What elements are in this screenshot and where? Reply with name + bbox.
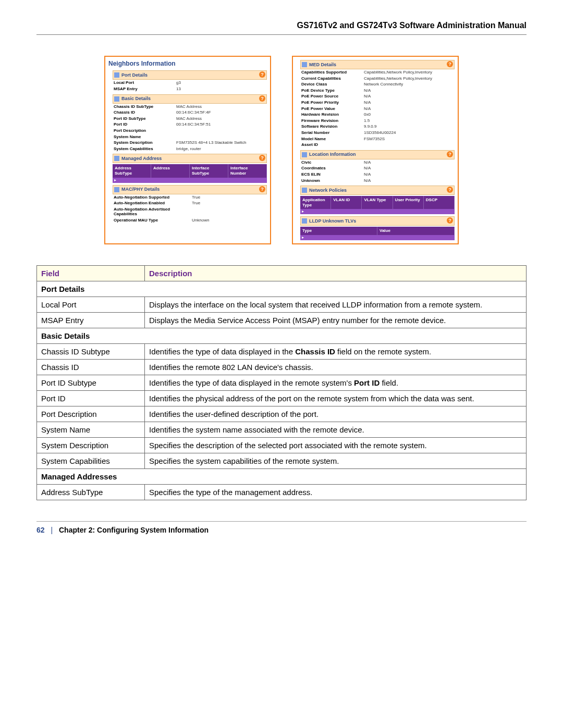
unknown-tlvs-table: TypeValue ▸ — [300, 227, 455, 240]
kv-row: Serial Number1SD3584U00224 — [300, 130, 455, 136]
kv-value: g3 — [176, 80, 181, 85]
help-icon[interactable]: ? — [259, 71, 265, 78]
kv-key: MSAP Entry — [114, 87, 176, 92]
field-cell: Port ID — [37, 390, 145, 406]
kv-value: True — [192, 201, 200, 206]
kv-key: Coordinates — [301, 166, 364, 171]
kv-value: N/A — [364, 178, 371, 183]
kv-key: Chassis ID SubType — [114, 104, 176, 109]
kv-value: FSM7352S — [364, 137, 385, 142]
section-macphy: MAC/PHY Details ? Auto-Negotiation Suppo… — [113, 185, 267, 224]
collapse-icon[interactable] — [114, 96, 119, 102]
collapse-icon[interactable] — [302, 218, 307, 224]
panel-title: Neighbors Information — [105, 57, 270, 68]
kv-value: 0x0 — [364, 112, 371, 117]
manual-page: GS716Tv2 and GS724Tv3 Software Administr… — [0, 0, 563, 550]
kv-value: 9.9.0.9 — [364, 124, 376, 129]
table-row: Chassis ID SubtypeIdentifies the type of… — [37, 343, 527, 359]
kv-row: CoordinatesN/A — [300, 165, 455, 171]
kv-key: Model Name — [301, 137, 364, 142]
desc-cell: Identifies the type of data displayed in… — [145, 343, 527, 359]
kv-key: PoE Power Source — [301, 94, 364, 99]
help-icon[interactable]: ? — [447, 187, 453, 193]
help-icon[interactable]: ? — [447, 151, 453, 157]
help-icon[interactable]: ? — [259, 95, 265, 102]
desc-cell: Identifies the system name associated wi… — [145, 422, 527, 437]
desc-cell: Displays the interface on the local syst… — [145, 297, 527, 312]
kv-row: Firmware Revision1.5 — [300, 118, 455, 124]
section-header: Network Policies ? — [300, 186, 455, 195]
kv-value: FSM7352S 48+4 L3 Stackable Switch — [176, 140, 247, 145]
table-scroll-row[interactable]: ▸ — [300, 235, 455, 240]
table-row: Basic Details — [37, 328, 527, 343]
mini-col-header: Value — [377, 227, 455, 235]
table-scroll-row[interactable]: ▸ — [300, 209, 455, 214]
help-icon[interactable]: ? — [259, 155, 265, 161]
mini-col-header: Address SubType — [113, 164, 151, 177]
desc-cell: Identifies the physical address of the p… — [145, 390, 527, 406]
collapse-icon[interactable] — [114, 187, 119, 192]
kv-value: N/A — [364, 160, 371, 165]
table-row: Port ID SubtypeIdentifies the type of da… — [37, 375, 527, 390]
header-rule — [36, 34, 527, 35]
desc-cell: Identifies the user-defined description … — [145, 406, 527, 422]
field-cell: Port ID Subtype — [37, 375, 145, 390]
kv-row: System Capabilitiesbridge, router — [113, 146, 267, 152]
kv-key: Asset ID — [301, 142, 364, 147]
field-cell: System Name — [37, 422, 145, 437]
mini-col-header: VLAN ID — [331, 196, 362, 209]
kv-value: Capabilities,Network Policy,Inventory — [364, 70, 432, 75]
kv-row: Capabilities SupportedCapabilities,Netwo… — [300, 69, 455, 76]
kv-key: Current Capabilities — [301, 76, 364, 81]
field-cell: MSAP Entry — [37, 312, 145, 328]
kv-value: 1SD3584U00224 — [364, 130, 396, 135]
kv-value: N/A — [364, 166, 371, 171]
section-header-label: Network Policies — [309, 188, 347, 193]
kv-key: Auto-Negotiation Supported — [114, 195, 192, 200]
kv-key: System Description — [114, 140, 176, 145]
kv-value: MAC Address — [176, 104, 202, 109]
kv-row: System DescriptionFSM7352S 48+4 L3 Stack… — [113, 140, 267, 146]
field-cell: System Description — [37, 437, 145, 453]
kv-value: True — [192, 195, 200, 200]
kv-key: PoE Power Value — [301, 106, 364, 112]
kv-value: N/A — [364, 172, 371, 177]
col-header-field: Field — [37, 265, 145, 281]
section-header: Location Information ? — [300, 150, 455, 159]
collapse-icon[interactable] — [302, 188, 307, 193]
kv-key: Firmware Revision — [301, 118, 364, 124]
kv-row: Port ID SubTypeMAC Address — [113, 116, 267, 122]
screenshot-med-details: MED Details ? Capabilities SupportedCapa… — [292, 56, 459, 244]
table-scroll-row[interactable]: ▸ — [113, 178, 267, 183]
section-header-label: Port Details — [121, 72, 148, 78]
kv-key: Auto-Negotiation Advertised Capabilities — [114, 207, 192, 217]
section-unknown-tlvs: LLDP Unknown TLVs ? TypeValue ▸ — [300, 216, 455, 240]
kv-row: System Name — [113, 134, 267, 140]
section-network-policies: Network Policies ? Application TypeVLAN … — [300, 186, 455, 214]
kv-row: Device ClassNetwork Connectivity — [300, 81, 455, 88]
mini-col-header: DSCP — [424, 196, 455, 209]
kv-row: Chassis ID SubTypeMAC Address — [113, 104, 267, 110]
kv-row: PoE Power PriorityN/A — [300, 100, 455, 106]
field-cell: Local Port — [37, 297, 145, 312]
kv-row: Auto-Negotiation SupportedTrue — [113, 194, 267, 201]
kv-key: Capabilities Supported — [301, 70, 364, 75]
mini-col-header: VLAN Type — [362, 196, 393, 209]
section-port-details: Port Details ? Local Portg3MSAP Entry13 — [113, 70, 267, 92]
kv-row: PoE Power ValueN/A — [300, 106, 455, 112]
section-cell: Port Details — [37, 281, 527, 297]
table-row: System DescriptionSpecifies the descript… — [37, 437, 527, 453]
field-cell: System Capabilities — [37, 453, 145, 468]
collapse-icon[interactable] — [302, 62, 307, 67]
collapse-icon[interactable] — [114, 72, 119, 78]
section-cell: Basic Details — [37, 328, 527, 343]
collapse-icon[interactable] — [114, 156, 119, 161]
collapse-icon[interactable] — [302, 152, 307, 157]
help-icon[interactable]: ? — [259, 186, 265, 192]
help-icon[interactable]: ? — [447, 217, 453, 224]
help-icon[interactable]: ? — [447, 61, 453, 67]
kv-row: Current CapabilitiesCapabilities,Network… — [300, 76, 455, 82]
table-row: MSAP EntryDisplays the Media Service Acc… — [37, 312, 527, 328]
kv-key: Port ID SubType — [114, 116, 176, 121]
kv-row: Port Description — [113, 128, 267, 134]
